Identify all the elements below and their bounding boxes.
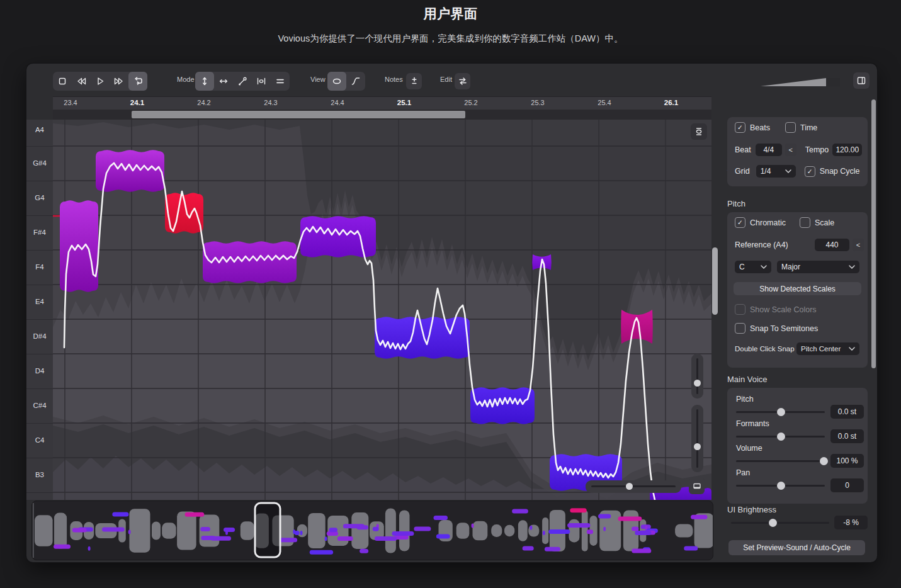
snap-cycle-checkbox[interactable]: ✓Snap Cycle: [805, 166, 860, 177]
overview-note-pill: [200, 527, 210, 531]
slider-thumb[interactable]: [769, 519, 777, 527]
scale-checkbox[interactable]: Scale: [800, 217, 834, 228]
overview-viewport-box[interactable]: [255, 503, 280, 557]
move-vertical-button[interactable]: [195, 72, 214, 91]
ruler-label: 23.4: [64, 99, 77, 106]
fit-notes-button[interactable]: [691, 123, 707, 140]
chevron-down-icon: [849, 265, 855, 269]
reference-field[interactable]: 440: [815, 239, 849, 251]
note-blob[interactable]: [96, 150, 164, 192]
beats-checkbox[interactable]: ✓Beats: [735, 122, 770, 133]
edit-swap-button[interactable]: [455, 73, 470, 89]
overview-note-pill: [618, 517, 642, 521]
show-scale-colors-label: Show Scale Colors: [750, 305, 817, 314]
panel-scrollbar[interactable]: [871, 99, 876, 368]
overview-note-pill: [54, 545, 71, 549]
slider-thumb[interactable]: [777, 408, 785, 416]
slider-thumb[interactable]: [694, 443, 701, 450]
pitch-editor-grid[interactable]: [53, 120, 711, 500]
slider-thumb[interactable]: [694, 380, 701, 387]
row-divider: [26, 250, 53, 251]
formants-slider[interactable]: [736, 436, 825, 438]
note-blob[interactable]: [203, 241, 297, 283]
key-select[interactable]: C: [735, 261, 771, 273]
overview-amplitude-lump: [569, 519, 579, 543]
fast-forward-button[interactable]: [110, 72, 128, 91]
horizontal-zoom-slider[interactable]: [586, 480, 681, 493]
slider-thumb[interactable]: [777, 433, 785, 441]
stretch-button[interactable]: [252, 72, 271, 91]
ui-brightness-value: -8 %: [834, 516, 868, 529]
set-preview-sound-button[interactable]: Set Preview-Sound / Auto-Cycle: [728, 540, 865, 555]
volume-slider[interactable]: [736, 460, 825, 462]
output-level-wedge[interactable]: [761, 77, 842, 88]
slider-thumb[interactable]: [626, 483, 633, 490]
overview-note-pill: [598, 514, 611, 518]
song-overview-strip[interactable]: [31, 500, 713, 560]
side-panel-toggle-button[interactable]: [853, 72, 870, 89]
play-button[interactable]: [91, 72, 110, 91]
fast-forward-icon: [113, 76, 125, 86]
stop-button[interactable]: [53, 72, 72, 91]
editor-vertical-scrollbar[interactable]: [712, 247, 718, 315]
reference-decrement-button[interactable]: <: [853, 239, 864, 251]
show-detected-scales-button[interactable]: Show Detected Scales: [734, 282, 861, 295]
double-click-snap-value: Pitch Center: [801, 345, 841, 353]
beat-ruler[interactable]: 23.424.124.224.324.425.125.225.325.426.1: [53, 96, 711, 110]
move-horizontal-button[interactable]: [214, 72, 233, 91]
note-blob[interactable]: [300, 216, 376, 257]
overview-amplitude-lump: [351, 512, 368, 549]
slider-thumb[interactable]: [777, 482, 785, 490]
slider-track: [591, 485, 676, 487]
overview-amplitude-lump: [162, 523, 176, 538]
cycle-button[interactable]: [128, 72, 147, 91]
overview-toggle-button[interactable]: [689, 478, 705, 494]
beat-signature-field[interactable]: 4/4: [756, 144, 782, 156]
notes-add-remove-button[interactable]: [406, 73, 422, 89]
note-blob[interactable]: [375, 317, 470, 359]
beat-decrement-button[interactable]: <: [785, 144, 796, 156]
scale-label: Scale: [815, 218, 834, 227]
grid-select[interactable]: 1/4: [756, 165, 796, 178]
overview-note-pill: [570, 508, 586, 512]
row-divider: [26, 146, 53, 147]
vertical-zoom-slider-lower[interactable]: [691, 405, 703, 472]
cycle-loop-bar[interactable]: [132, 111, 465, 118]
chromatic-checkbox[interactable]: ✓Chromatic: [735, 217, 786, 228]
ruler-label: 24.4: [331, 99, 344, 106]
overview-note-pill: [567, 523, 590, 528]
overview-note-pill: [185, 512, 205, 517]
slider-track: [696, 358, 698, 394]
fit-note-view-icon: [694, 127, 704, 137]
draw-line-button[interactable]: [233, 72, 252, 91]
overview-amplitude-lump: [35, 515, 53, 546]
overview-note-pill: [224, 528, 235, 532]
ui-brightness-slider[interactable]: [731, 522, 829, 524]
pitch-slider[interactable]: [736, 411, 825, 413]
loop-strip[interactable]: [53, 110, 711, 120]
overview-note-pill: [635, 531, 651, 535]
slider-thumb[interactable]: [820, 457, 828, 465]
overview-note-pill: [112, 512, 128, 517]
row-divider: [26, 423, 53, 424]
row-divider: [26, 354, 53, 354]
note-ovals-button[interactable]: [327, 72, 346, 91]
tempo-field[interactable]: 120.00: [832, 144, 862, 156]
scale-type-select[interactable]: Major: [777, 261, 859, 273]
level-button[interactable]: [271, 72, 290, 91]
overview-note-pill: [72, 528, 87, 533]
pitch-curve-button[interactable]: [346, 72, 365, 91]
overview-amplitude-lump: [297, 524, 307, 538]
show-scale-colors-checkbox[interactable]: Show Scale Colors: [735, 304, 817, 315]
note-blob[interactable]: [470, 387, 535, 424]
overview-note-pill: [436, 534, 450, 539]
rewind-button[interactable]: [72, 72, 91, 91]
overview-waveform[interactable]: [32, 502, 713, 559]
vertical-zoom-slider-upper[interactable]: [691, 354, 703, 399]
double-click-snap-select[interactable]: Pitch Center: [796, 342, 859, 355]
chromatic-label: Chromatic: [750, 218, 786, 227]
time-checkbox[interactable]: Time: [785, 122, 817, 133]
overview-amplitude-lump: [399, 511, 410, 551]
snap-to-semitones-checkbox[interactable]: Snap To Semitones: [735, 323, 818, 334]
pan-slider[interactable]: [736, 485, 825, 487]
